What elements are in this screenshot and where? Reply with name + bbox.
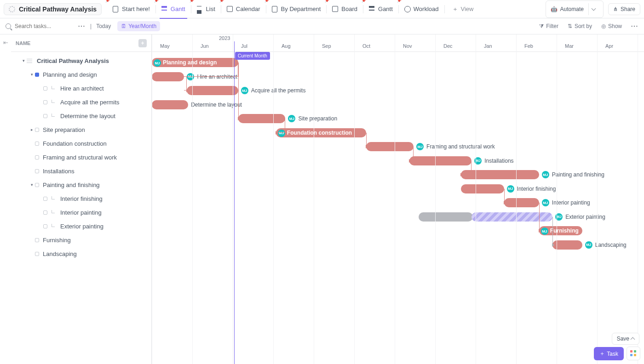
expand-arrow-icon[interactable]: ▸ [29,127,35,132]
new-task-button[interactable]: ＋ Task [594,347,624,360]
view-tab-by-department[interactable]: 📌 By Department [266,0,327,18]
filter-button[interactable]: ⧩ Filter [539,23,558,29]
timescale-button[interactable]: 🗓 Year/Month [117,21,160,31]
task-tree-item[interactable]: Foundation construction [11,136,151,150]
task-tree-item[interactable]: Landscaping [11,247,151,261]
today-button[interactable]: Today [96,23,111,29]
task-tree-item[interactable]: ▾Planning and design [11,68,151,81]
toolbar: ··· | Today 🗓 Year/Month ⧩ Filter ⇅ Sort… [0,18,644,34]
task-tree-item[interactable]: Hire an architect [11,81,151,95]
status-square-icon [43,210,47,215]
add-view-label: View [461,6,474,12]
expand-arrow-icon[interactable]: ▾ [29,72,35,77]
gantt-bar[interactable] [409,156,472,165]
bar-label: Framing and structural work [426,143,495,150]
task-tree-item[interactable]: ▾Critical Pathway Analysis [11,54,151,68]
gantt-bar-inactive[interactable] [419,212,473,222]
gantt-bar[interactable] [461,184,504,193]
view-label: List [206,6,215,12]
status-square-icon [43,197,47,201]
expand-arrow-icon[interactable]: ▾ [20,58,27,63]
task-tree-item[interactable]: Interior finishing [11,192,151,205]
month-label: Apr [605,43,613,49]
view-label: Board [341,6,357,12]
task-label: Painting and finishing [43,182,100,188]
task-tree-item[interactable]: Interior painting [11,205,151,219]
automate-button[interactable]: 🤖 Automate [546,0,604,18]
sort-icon: ⇅ [568,23,572,29]
task-tree-item[interactable]: Exterior painting [11,219,151,233]
task-label: Framing and structural work [43,154,117,161]
collapse-sidebar-button[interactable]: ⇤ [0,34,11,364]
month-label: Feb [524,43,533,49]
view-tab-calendar[interactable]: 📌 Calendar [221,0,266,18]
gantt-row: MJLandscaping [152,238,644,252]
save-button[interactable]: Save [612,333,639,345]
bar-label-group: MJFraming and structural work [416,142,495,151]
gantt-row: MJHire an architect [152,70,644,84]
gantt-bar[interactable] [152,100,188,109]
view-tab-workload[interactable]: 📌 Workload [399,0,444,18]
chevron-up-icon [631,336,634,342]
view-tab-start-here[interactable]: 📌 Start here! [107,0,155,18]
add-column-button[interactable]: + [138,39,147,47]
gantt-chart[interactable]: 2023 MayJunJulAugSepOctNovDecJanFebMarAp… [152,34,644,364]
toolbar-more-button[interactable]: ··· [631,23,638,29]
gantt-row: MJPainting and finishing [152,168,644,182]
dependency-arrow-icon [539,229,541,233]
search-more-button[interactable]: ··· [78,23,86,29]
expand-arrow-icon[interactable]: ▾ [29,182,35,187]
dependency-arrow-icon [552,243,554,247]
share-button[interactable]: ⋔ Share [608,3,640,15]
assignee-avatar: MJ [154,59,161,67]
show-button[interactable]: ◎ Show [601,23,622,29]
gantt-bar[interactable]: MJFoundation construction [276,128,367,137]
grid-line [152,34,152,364]
gantt-bar[interactable]: MJPlanning and design [152,58,238,67]
bar-label: Interior painting [552,199,590,206]
sort-button[interactable]: ⇅ Sort by [568,23,592,29]
view-tab-gantt[interactable]: 📌 Gantt [156,0,191,18]
view-tab-gantt-2[interactable]: 📌 Gantt [363,0,398,18]
sort-label: Sort by [575,23,592,29]
task-tree-item[interactable]: Furnishing [11,233,151,247]
chevron-down-icon[interactable] [588,3,598,15]
search-input[interactable] [14,23,78,30]
dependency-arrow-icon [186,89,189,92]
grid-line [557,34,557,364]
view-label: By Department [281,6,321,12]
gantt-row: MJFurnishing [152,224,644,238]
view-tab-list[interactable]: 📌 List [191,0,221,18]
project-title-box[interactable]: Critical Pathway Analysis [4,3,102,15]
task-tree-item[interactable]: Installations [11,164,151,178]
bar-label: Hire an architect [197,74,237,80]
pin-icon: 📌 [362,0,366,3]
gantt-icon [369,6,375,12]
status-square-icon [35,183,39,187]
add-view-button[interactable]: ＋ View [447,0,479,18]
grid-line [273,34,274,364]
eye-icon: ◎ [601,23,606,29]
share-label: Share [621,6,635,12]
task-tree-item[interactable]: ▸Site preparation [11,123,151,136]
subtask-icon [51,114,57,118]
task-tree-item[interactable]: Framing and structural work [11,150,151,164]
column-header-name: NAME [16,40,30,46]
gantt-bar[interactable] [472,212,552,222]
gantt-bar[interactable] [504,198,539,207]
bar-label: Installations [484,158,513,164]
subtask-icon [51,196,57,201]
task-tree-item[interactable]: Acquire all the permits [11,95,151,109]
gantt-bar[interactable] [152,72,184,81]
task-tree-item[interactable]: Determine the layout [11,109,151,123]
view-tab-board[interactable]: 📌 Board [327,0,363,18]
gantt-bar[interactable]: MJFurnishing [539,226,582,235]
grid-line [516,34,517,364]
gantt-bar[interactable] [366,142,414,151]
task-tree-item[interactable]: ▾Painting and finishing [11,178,151,192]
dependency-arrow-icon [366,145,368,148]
apps-button[interactable] [627,347,640,360]
gantt-bar[interactable] [187,86,238,95]
gantt-bar[interactable] [461,170,539,179]
gantt-bar[interactable] [238,114,286,123]
